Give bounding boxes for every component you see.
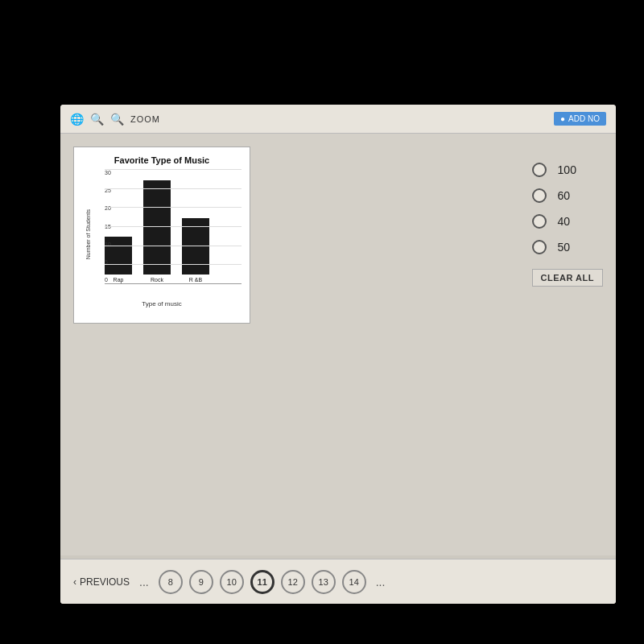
radio-60[interactable]	[532, 188, 547, 203]
chart-title: Favorite Type of Music	[82, 155, 242, 165]
clear-all-button[interactable]: CLEAR ALL	[532, 269, 603, 287]
radio-50[interactable]	[532, 240, 547, 254]
right-panel: 100 60 40 50 CLEAR ALL	[532, 147, 603, 543]
chart-container: Favorite Type of Music 0 5 10 15 20 25 3…	[73, 147, 250, 324]
option-row-1: 60	[532, 188, 603, 203]
option-label-100: 100	[558, 163, 576, 176]
page-btn-10[interactable]: 10	[220, 570, 244, 594]
left-panel: Favorite Type of Music 0 5 10 15 20 25 3…	[73, 147, 516, 543]
add-note-icon: ●	[560, 114, 565, 123]
option-label-60: 60	[558, 189, 571, 202]
bar-rock: Rock	[143, 180, 171, 283]
zoom-search-icon: 🔍	[110, 113, 124, 126]
option-row-3: 50	[532, 240, 603, 254]
add-note-button[interactable]: ● ADD NO	[554, 112, 606, 126]
search-icon: 🔍	[90, 113, 104, 126]
radio-100[interactable]	[532, 163, 547, 177]
dots-right: ...	[376, 576, 386, 588]
page-btn-9[interactable]: 9	[189, 570, 213, 594]
page-btn-8[interactable]: 8	[159, 570, 183, 594]
bottom-nav: ‹ PREVIOUS ... 8 9 10 11 12 13 14 ...	[60, 559, 616, 604]
globe-icon: 🌐	[70, 113, 84, 126]
content-area: Favorite Type of Music 0 5 10 15 20 25 3…	[60, 134, 616, 555]
page-btn-14[interactable]: 14	[342, 570, 366, 594]
y-axis-ticks: 0 5 10 15 20 25 30	[105, 170, 111, 283]
bar-rnb-fill	[182, 218, 209, 275]
option-row-2: 40	[532, 214, 603, 229]
bars-group: Rap Rock R &B	[105, 170, 242, 283]
x-axis-label: Type of music	[82, 300, 242, 308]
chevron-left-icon: ‹	[73, 576, 76, 588]
option-label-40: 40	[558, 215, 571, 228]
bar-rock-fill	[143, 180, 171, 275]
previous-label: PREVIOUS	[80, 576, 130, 588]
page-btn-13[interactable]: 13	[312, 570, 336, 594]
option-row-0: 100	[532, 163, 603, 177]
bar-rnb: R &B	[182, 218, 209, 283]
page-btn-11[interactable]: 11	[250, 570, 275, 594]
option-label-50: 50	[558, 241, 571, 254]
previous-button[interactable]: ‹ PREVIOUS	[73, 576, 130, 588]
main-screen: 🌐 🔍 🔍 ZOOM ● ADD NO Favorite Type of Mus…	[60, 105, 616, 604]
dots-left: ...	[139, 576, 149, 588]
y-axis-label: Number of Students	[85, 209, 91, 259]
clear-all-area: CLEAR ALL	[532, 269, 603, 287]
toolbar: 🌐 🔍 🔍 ZOOM ● ADD NO	[60, 105, 616, 134]
zoom-label: ZOOM	[130, 114, 160, 124]
add-note-label: ADD NO	[568, 114, 600, 123]
radio-40[interactable]	[532, 214, 547, 229]
page-btn-12[interactable]: 12	[281, 570, 305, 594]
